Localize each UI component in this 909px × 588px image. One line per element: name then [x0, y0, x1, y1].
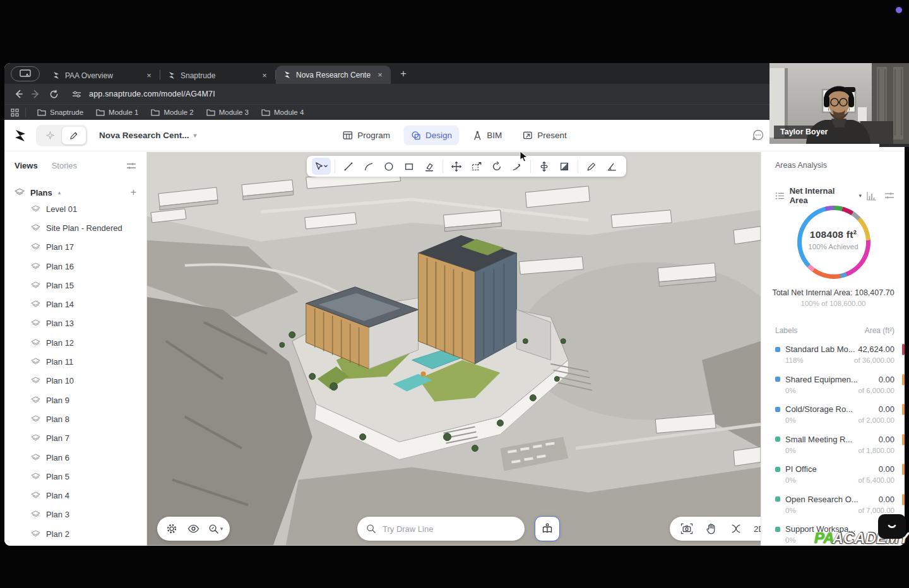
sidebar-item[interactable]: Plan 7: [4, 429, 146, 448]
bookmark-module-1[interactable]: Module 1: [91, 109, 143, 116]
rectangle-tool-button[interactable]: [400, 158, 419, 175]
total-area-sub: 100% of 108,600.00: [761, 300, 905, 307]
copy-array-tool-button[interactable]: [467, 158, 486, 175]
area-row[interactable]: Small Meeting R... 0.00 0% of 1,800.00: [775, 432, 894, 462]
tab-close-icon[interactable]: ×: [260, 71, 269, 80]
tab-panel-button[interactable]: [11, 66, 40, 81]
pushpull-icon: [538, 161, 550, 172]
area-row[interactable]: Standard Lab Mo... 42,624.00 118% of 36,…: [775, 341, 894, 372]
camera-views-button[interactable]: [676, 519, 697, 539]
arc-tool-button[interactable]: [359, 158, 378, 175]
sidebar-item[interactable]: Plan 2: [4, 524, 146, 543]
sidebar-item[interactable]: Plan 15: [4, 276, 146, 295]
sidebar-item[interactable]: Plan 4: [4, 486, 146, 505]
tab-views[interactable]: Views: [15, 161, 38, 170]
move-tool-button[interactable]: [447, 158, 466, 175]
sidebar-item[interactable]: Plan 8: [4, 409, 146, 428]
ai-sparkle-button[interactable]: [38, 127, 62, 144]
eraser-tool-button[interactable]: [420, 158, 439, 175]
sidebar-item[interactable]: Plan 9: [4, 391, 146, 409]
pan-hand-button[interactable]: [701, 519, 722, 539]
back-button[interactable]: [11, 86, 26, 102]
help-chat-button[interactable]: [752, 129, 764, 141]
filter-sliders-icon[interactable]: [884, 191, 894, 200]
ai-edit-toggle: [36, 125, 88, 146]
forward-button[interactable]: [28, 86, 44, 102]
sidebar-item[interactable]: Site Plan - Rendered: [4, 218, 146, 237]
browser-tab-1[interactable]: PAA Overview ×: [45, 67, 160, 84]
area-label-name: Cold/Storage Ro...: [785, 404, 853, 414]
browser-tab-2[interactable]: Snaptrude ×: [160, 67, 275, 84]
tab-stories[interactable]: Stories: [52, 161, 77, 170]
project-name-dropdown[interactable]: Nova Research Cent... ▾: [99, 131, 197, 140]
area-row[interactable]: Shared Equipmen... 0.00 0% of 6,000.00: [775, 372, 894, 402]
toggle-2d-button[interactable]: 2D: [750, 524, 761, 534]
list-icon: [775, 192, 785, 200]
add-plan-button[interactable]: +: [131, 187, 136, 198]
gear-icon: [166, 523, 177, 534]
sidebar-item[interactable]: Plan 10: [4, 372, 146, 391]
row-status-bar: [902, 494, 905, 505]
tab-program[interactable]: Program: [335, 126, 397, 145]
bookmark-module-4[interactable]: Module 4: [256, 109, 309, 116]
area-row[interactable]: Cold/Storage Ro... 0.00 0% of 2,000.00: [775, 401, 894, 432]
sidebar-item[interactable]: Plan 13: [4, 314, 146, 333]
metric-dropdown[interactable]: Net Internal Area: [790, 186, 854, 205]
area-row[interactable]: Open Research O... 0.00 0% of 7,000.00: [775, 491, 894, 522]
design-shapes-icon: [410, 130, 421, 141]
area-row[interactable]: PI Office 0.00 0% of 5,400.00: [775, 461, 894, 491]
sidebar-item-label: Plan 7: [46, 433, 69, 443]
sidebar-item[interactable]: Plan 12: [4, 333, 146, 352]
edit-pencil-button[interactable]: [62, 127, 86, 144]
rotate-icon: [491, 161, 502, 172]
project-name: Nova Research Cent...: [99, 131, 189, 140]
bookmark-module-3[interactable]: Module 3: [201, 109, 254, 116]
sidebar-item[interactable]: Plan 6: [4, 448, 146, 467]
area-target: of 2,000.00: [858, 416, 894, 424]
sidebar-item[interactable]: Plan 17: [4, 238, 146, 257]
open-book-icon: [541, 522, 554, 535]
row-status-bar: [902, 344, 905, 355]
url-text[interactable]: app.snaptrude.com/model/AG4M7I: [89, 90, 215, 98]
sidebar-item-label: Plan 2: [46, 529, 69, 539]
flip-tool-button[interactable]: [555, 158, 574, 175]
tab-close-icon[interactable]: ×: [145, 71, 153, 80]
select-tool-button[interactable]: [312, 158, 331, 175]
plans-section-header[interactable]: Plans ▴ +: [4, 187, 146, 198]
support-chat-widget[interactable]: [878, 514, 906, 539]
angle-tool-button[interactable]: [602, 158, 621, 175]
sidebar-item[interactable]: Level 01: [4, 199, 146, 218]
bar-chart-icon[interactable]: [867, 191, 877, 201]
sidebar-item[interactable]: Plan 3: [4, 505, 146, 524]
measure-tool-button[interactable]: [582, 158, 601, 175]
settings-button[interactable]: [161, 519, 182, 539]
rotate-tool-button[interactable]: [487, 158, 506, 175]
search-input[interactable]: [383, 524, 509, 534]
site-info-button[interactable]: [69, 88, 84, 100]
tab-bim[interactable]: BIM: [465, 126, 509, 145]
learn-button[interactable]: [535, 516, 560, 541]
bookmark-module-2[interactable]: Module 2: [146, 109, 198, 116]
visibility-button[interactable]: [183, 519, 204, 539]
tab-close-icon[interactable]: ×: [376, 70, 384, 79]
tab-design[interactable]: Design: [403, 126, 459, 145]
line-tool-button[interactable]: [339, 158, 358, 175]
sidebar-item[interactable]: Plan 5: [4, 467, 146, 486]
browser-tab-3-active[interactable]: Nova Research Center - Fina ×: [276, 66, 391, 84]
command-search[interactable]: [357, 517, 525, 541]
filter-sliders-icon[interactable]: [126, 162, 136, 170]
model-canvas[interactable]: ▾: [146, 152, 761, 546]
sidebar-item[interactable]: Plan 11: [4, 352, 146, 371]
sidebar-item[interactable]: Plan 14: [4, 295, 146, 314]
new-tab-button[interactable]: +: [397, 68, 410, 80]
apps-grid-icon[interactable]: [11, 109, 19, 117]
zoom-options-button[interactable]: ▾: [205, 519, 226, 539]
area-percent: 0%: [785, 476, 796, 484]
sidebar-item[interactable]: Plan 16: [4, 257, 146, 276]
circle-tool-button[interactable]: [379, 158, 398, 175]
bookmark-snaptrude[interactable]: Snaptrude: [32, 109, 88, 116]
tab-present[interactable]: Present: [515, 126, 574, 145]
pushpull-tool-button[interactable]: [535, 158, 554, 175]
reload-button[interactable]: [46, 86, 61, 102]
orbit-button[interactable]: [725, 519, 746, 539]
